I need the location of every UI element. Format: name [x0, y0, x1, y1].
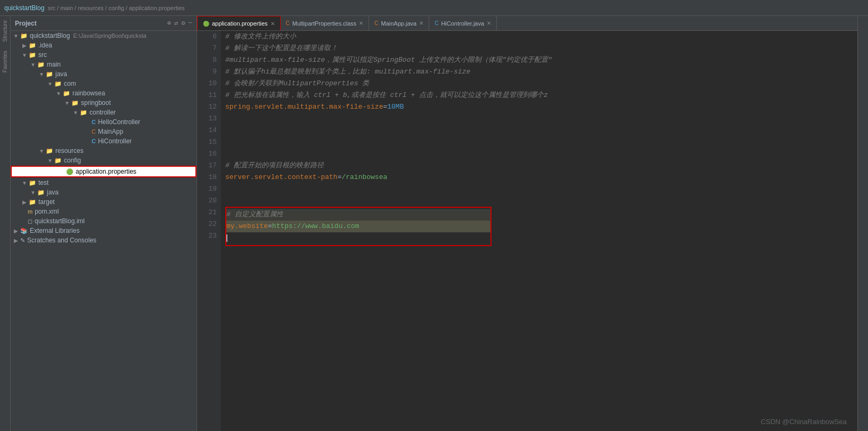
tab-hicontroller[interactable]: C HiController.java ✕: [429, 16, 497, 30]
tree-label-java: java: [55, 70, 67, 78]
code-content[interactable]: # 修改文件上传的大小 # 解读一下这个配置是在哪里读取！ #multipart…: [221, 31, 857, 431]
code-line-22: my.website=https://www.baidu.com: [226, 221, 490, 232]
tab-multipart-properties[interactable]: C MultipartProperties.class ✕: [281, 16, 370, 30]
comment-10: # 会映射/关联到MultipartProperties 类: [225, 79, 369, 87]
tree-label-src: src: [38, 51, 47, 59]
tab-class-icon: C: [286, 20, 290, 26]
tab-close-2[interactable]: ✕: [419, 20, 423, 26]
code-line-20: [225, 195, 853, 207]
arrow-springboot: ▼: [64, 100, 70, 106]
sync-icon[interactable]: ⇄: [174, 19, 178, 27]
tab-mainapp[interactable]: C MainApp.java ✕: [369, 16, 429, 30]
tree-label-HiController: HiController: [98, 137, 132, 145]
folder-icon-project: 📁: [20, 32, 28, 39]
tab-bar: Project ⊕ ⇄ ⚙ ─ 🟢 application.properties…: [11, 16, 857, 31]
tree-item-application-properties[interactable]: ▶ 🟢 application.properties: [11, 166, 196, 177]
arrow-config: ▼: [47, 158, 53, 164]
comment-7: # 解读一下这个配置是在哪里读取！: [225, 44, 338, 52]
tree-label-target: target: [38, 198, 55, 206]
brand-label: quickstartBlog: [4, 4, 44, 12]
tree-label-springboot: springboot: [81, 99, 111, 107]
tree-item-idea[interactable]: ▶ 📁 .idea: [11, 40, 196, 50]
tabs-container: 🟢 application.properties ✕ C MultipartPr…: [197, 16, 857, 30]
right-vtabs: [857, 16, 868, 431]
comment-6: # 修改文件上传的大小: [225, 32, 296, 40]
text-cursor: [226, 234, 227, 242]
favorites-vtab[interactable]: Favorites: [1, 46, 9, 77]
tree-item-resources[interactable]: ▼ 📁 resources: [11, 146, 196, 156]
main-app-icon: C: [92, 128, 96, 135]
code-line-14: [225, 125, 853, 136]
settings-icon[interactable]: ⚙: [182, 19, 185, 27]
tree-item-src[interactable]: ▼ 📁 src: [11, 50, 196, 60]
folder-icon-springboot: 📁: [71, 100, 79, 107]
comment-9: # 默认骗子hi最总都是映射到某个类上，比如: multipart.max-fi…: [225, 68, 470, 76]
arrow-ext-lib: ▶: [13, 228, 19, 234]
code-line-10: # 会映射/关联到MultipartProperties 类: [225, 78, 853, 90]
tree-label-MainApp: MainApp: [98, 128, 123, 135]
tree-item-test[interactable]: ▼ 📁 test: [11, 178, 196, 188]
code-key-18: server.servlet.context-path: [225, 173, 338, 181]
tree-item-rainbowsea[interactable]: ▼ 📁 rainbowsea: [11, 88, 196, 98]
arrow-idea: ▶: [21, 43, 28, 48]
folder-icon-test: 📁: [29, 180, 36, 186]
tab-props-icon: 🟢: [203, 21, 209, 27]
tree-item-pom[interactable]: m pom.xml: [11, 207, 196, 216]
tree-item-java[interactable]: ▼ 📁 java: [11, 69, 196, 79]
tree-label-main: main: [47, 61, 61, 68]
tree-label-HelloController: HelloController: [98, 118, 140, 126]
code-line-6: # 修改文件上传的大小: [225, 31, 853, 43]
code-val-22: https://www.baidu.com: [272, 222, 359, 230]
arrow-quickstartBlog: ▼: [13, 33, 19, 39]
tree-item-external-libraries[interactable]: ▶ 📚 External Libraries: [11, 226, 196, 235]
comment-11: # 把光标放在该属性，输入 ctrl + b,或者是按住 ctrl + 点击，就…: [225, 91, 548, 99]
comment-17: # 配置开始的项目根的映射路径: [225, 161, 324, 169]
tab-close-1[interactable]: ✕: [359, 20, 363, 26]
code-line-21: # 自定义配置属性: [226, 209, 490, 221]
tree-item-HelloController[interactable]: ▶ C HelloController: [11, 117, 196, 127]
code-area: 6 7 8 9 10 11 12 13 14 15 16 17 18 19: [197, 31, 857, 431]
folder-icon-target: 📁: [29, 199, 36, 206]
tree-label-idea: .idea: [38, 42, 52, 49]
arrow-rainbowsea: ▼: [55, 91, 62, 96]
folder-icon-resources: 📁: [46, 148, 53, 154]
tree-label-quickstartBlog: quickstartBlog: [30, 32, 70, 39]
tree-item-main[interactable]: ▼ 📁 main: [11, 60, 196, 69]
xml-icon-pom: m: [28, 208, 32, 215]
tree-label-resources: resources: [55, 147, 84, 154]
project-label: Project: [15, 20, 37, 27]
tree-item-springboot[interactable]: ▼ 📁 springboot: [11, 98, 196, 108]
tree-label-config: config: [64, 157, 81, 164]
tree-label-controller: controller: [89, 109, 116, 116]
tree-label-com: com: [64, 80, 76, 87]
code-line-11: # 把光标放在该属性，输入 ctrl + b,或者是按住 ctrl + 点击，就…: [225, 90, 853, 101]
tab-label-1: MultipartProperties.class: [292, 20, 356, 27]
watermark: CSDN @ChinaRainbowSea: [761, 418, 847, 426]
folder-icon-com: 📁: [54, 80, 62, 87]
tree-item-java2[interactable]: ▼ 📁 java: [11, 188, 196, 197]
tree-item-HiController[interactable]: ▶ C HiController: [11, 136, 196, 146]
tree-item-config[interactable]: ▼ 📁 config: [11, 156, 196, 165]
structure-vtab[interactable]: Structure: [1, 16, 9, 46]
tree-item-com[interactable]: ▼ 📁 com: [11, 79, 196, 88]
project-tree: ▼ 📁 quickstartBlog E:\Java\SpringBoot\qu…: [11, 31, 197, 431]
scratch-icon: ✎: [20, 237, 25, 244]
tab-java-icon-hi: C: [435, 20, 438, 26]
sidebar-header-icons: ⊕ ⇄ ⚙ ─: [167, 19, 192, 27]
tree-item-iml[interactable]: ◻ quickstartBlog.iml: [11, 216, 196, 226]
code-val-12: 10MB: [387, 103, 404, 111]
minimize-icon[interactable]: ─: [189, 19, 192, 27]
tree-item-MainApp[interactable]: ▶ C MainApp: [11, 127, 196, 136]
code-line-15: [225, 136, 853, 148]
tree-item-quickstartBlog[interactable]: ▼ 📁 quickstartBlog E:\Java\SpringBoot\qu…: [11, 31, 196, 40]
tab-close-3[interactable]: ✕: [487, 20, 491, 26]
folder-icon-idea: 📁: [29, 42, 36, 49]
tree-item-scratches[interactable]: ▶ ✎ Scratches and Consoles: [11, 235, 196, 245]
tab-close-0[interactable]: ✕: [271, 21, 275, 27]
tree-item-target[interactable]: ▶ 📁 target: [11, 197, 196, 207]
tree-item-controller[interactable]: ▼ 📁 controller: [11, 108, 196, 117]
tab-application-properties[interactable]: 🟢 application.properties ✕: [197, 16, 281, 30]
globe-icon[interactable]: ⊕: [167, 19, 171, 27]
tree-label-pom: pom.xml: [35, 208, 59, 215]
tab-java-icon-main: C: [374, 20, 378, 26]
